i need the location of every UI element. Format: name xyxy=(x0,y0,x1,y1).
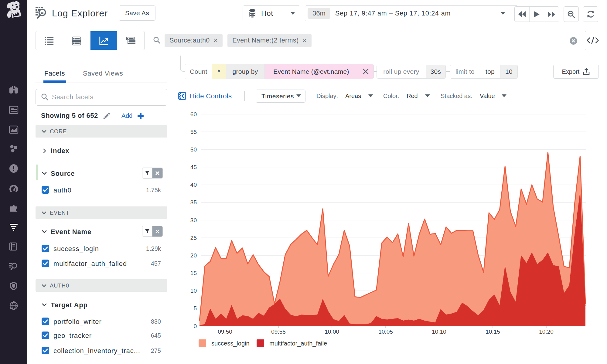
svg-text:09:50: 09:50 xyxy=(218,328,232,335)
svg-text:45: 45 xyxy=(190,164,197,170)
svg-text:success_login: success_login xyxy=(211,340,250,347)
svg-text:10: 10 xyxy=(190,287,197,294)
svg-text:25: 25 xyxy=(190,235,197,241)
svg-text:10:20: 10:20 xyxy=(539,328,554,335)
svg-text:60: 60 xyxy=(190,111,197,117)
svg-text:0: 0 xyxy=(193,323,197,329)
svg-text:multifactor_auth_faile: multifactor_auth_faile xyxy=(269,340,327,347)
svg-text:10:15: 10:15 xyxy=(486,328,500,335)
svg-text:50: 50 xyxy=(190,146,197,153)
svg-text:55: 55 xyxy=(190,129,197,135)
svg-text:35: 35 xyxy=(190,199,197,206)
svg-text:10:00: 10:00 xyxy=(325,328,339,335)
svg-text:10:10: 10:10 xyxy=(432,328,446,335)
svg-text:30: 30 xyxy=(190,217,197,223)
svg-text:20: 20 xyxy=(190,252,197,259)
svg-text:5: 5 xyxy=(193,305,197,311)
svg-text:10:05: 10:05 xyxy=(378,328,393,335)
svg-text:40: 40 xyxy=(190,182,197,188)
svg-text:15: 15 xyxy=(190,270,197,276)
svg-text:09:55: 09:55 xyxy=(271,328,286,335)
